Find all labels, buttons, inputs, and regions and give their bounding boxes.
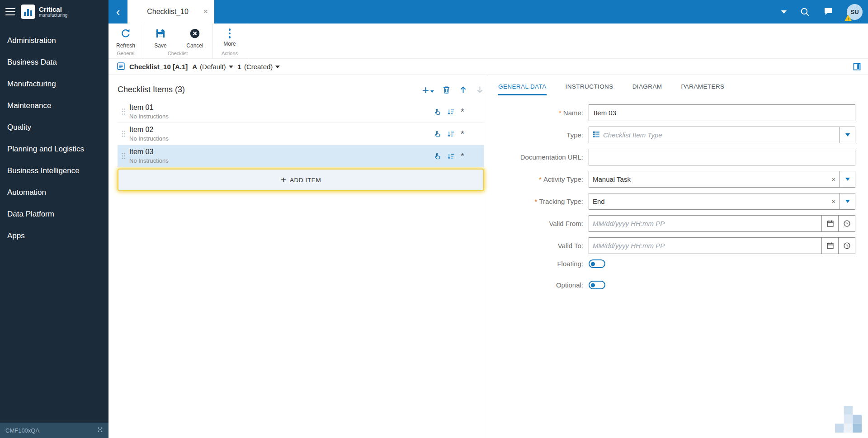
checklist-item-row-3-selected[interactable]: Item 03 No Instructions *	[118, 145, 484, 167]
asterisk-icon[interactable]: *	[461, 109, 464, 114]
cancel-button[interactable]: Cancel	[182, 26, 208, 49]
checklist-items-panel: Checklist Items (3) +	[108, 75, 488, 438]
sidebar-item-apps[interactable]: Apps	[0, 225, 108, 247]
more-icon	[229, 28, 231, 39]
arrow-up-icon	[459, 85, 467, 94]
version-selector[interactable]: A (Default)	[192, 63, 233, 71]
tab-list-chevron-down-icon[interactable]	[781, 10, 787, 14]
move-down-button[interactable]	[476, 85, 484, 94]
toolbar: Refresh General Save Cancel	[108, 24, 868, 58]
delete-item-button[interactable]	[442, 85, 451, 94]
tracking-type-input[interactable]	[593, 198, 824, 205]
instructions-icon[interactable]	[447, 130, 455, 138]
optional-toggle[interactable]	[589, 281, 605, 289]
add-item-label: ADD ITEM	[290, 177, 321, 184]
logo-subtitle: manufacturing	[39, 13, 67, 18]
avatar[interactable]: SU !	[847, 4, 863, 20]
save-button[interactable]: Save	[148, 26, 173, 49]
tab-parameters[interactable]: PARAMETERS	[681, 83, 724, 95]
activity-type-clear-button[interactable]: ×	[828, 171, 840, 187]
drag-handle-icon[interactable]	[121, 152, 126, 160]
environment-bar[interactable]: CMF100xQA	[0, 423, 108, 438]
tracking-type-field-row: *Tracking Type: ×	[498, 193, 868, 210]
sidebar-item-planning-and-logistics[interactable]: Planning and Logistics	[0, 138, 108, 160]
state-qualifier: (Created)	[244, 63, 273, 71]
instructions-icon[interactable]	[447, 152, 455, 160]
plus-icon: +	[422, 85, 429, 94]
save-label: Save	[154, 42, 166, 49]
chat-icon[interactable]	[823, 7, 833, 17]
checklist-item-type-icon	[593, 131, 600, 140]
valid-to-label: Valid To:	[498, 242, 589, 250]
move-up-button[interactable]	[459, 85, 467, 94]
activity-type-input[interactable]	[593, 175, 824, 183]
type-input[interactable]	[603, 131, 836, 139]
sidebar-item-quality[interactable]: Quality	[0, 117, 108, 138]
floating-toggle[interactable]	[589, 259, 605, 268]
sidebar-item-data-platform[interactable]: Data Platform	[0, 203, 108, 225]
checklist-items-title: Checklist Items (3)	[118, 85, 185, 94]
hand-icon[interactable]	[434, 130, 441, 138]
valid-to-field-row: Valid To:	[498, 237, 868, 254]
tracking-type-clear-button[interactable]: ×	[828, 193, 840, 209]
hand-icon[interactable]	[434, 108, 441, 116]
clock-icon	[843, 242, 851, 250]
avatar-initials: SU	[850, 9, 859, 15]
drag-handle-icon[interactable]	[121, 130, 126, 138]
tab-diagram[interactable]: DIAGRAM	[632, 83, 662, 95]
app-logo: Critical manufacturing	[21, 5, 67, 19]
activity-type-label: *Activity Type:	[498, 175, 589, 183]
asterisk-icon[interactable]: *	[461, 153, 464, 159]
search-icon[interactable]	[800, 7, 810, 17]
valid-from-input[interactable]	[593, 220, 818, 227]
sidebar-item-business-data[interactable]: Business Data	[0, 52, 108, 73]
item-title: Item 01	[129, 104, 169, 112]
tab-close-icon[interactable]: ×	[202, 7, 210, 16]
valid-from-clock-button[interactable]	[838, 216, 855, 231]
sidebar-item-manufacturing[interactable]: Manufacturing	[0, 73, 108, 95]
drag-handle-icon[interactable]	[121, 108, 126, 116]
required-marker: *	[559, 109, 561, 117]
add-item-menu-button[interactable]: +	[422, 85, 434, 94]
toggle-knob	[591, 262, 595, 266]
tab-general-data[interactable]: GENERAL DATA	[498, 83, 547, 95]
instructions-icon[interactable]	[447, 108, 455, 116]
floating-field-row: Floating:	[498, 259, 868, 268]
tab-checklist-10[interactable]: Checklist_10 ×	[127, 0, 214, 24]
environment-label: CMF100xQA	[5, 427, 39, 434]
tracking-type-dropdown-button[interactable]	[840, 193, 855, 209]
back-button[interactable]: ‹	[108, 1, 127, 23]
menu-icon[interactable]	[5, 8, 15, 15]
valid-to-input[interactable]	[593, 242, 818, 250]
sidebar-item-administration[interactable]: Administration	[0, 30, 108, 52]
sidebar-item-maintenance[interactable]: Maintenance	[0, 95, 108, 117]
sidebar-item-automation[interactable]: Automation	[0, 182, 108, 203]
toggle-knob	[591, 283, 595, 287]
calendar-icon	[826, 220, 834, 227]
add-item-button[interactable]: + ADD ITEM	[118, 169, 484, 191]
sidebar-item-business-intelligence[interactable]: Business Intelligence	[0, 160, 108, 182]
documentation-url-input[interactable]	[589, 149, 855, 165]
open-side-panel-button[interactable]	[853, 63, 861, 71]
activity-type-combo: ×	[589, 171, 855, 188]
more-button[interactable]: More	[217, 26, 242, 49]
checklist-item-row-1[interactable]: Item 01 No Instructions *	[118, 101, 484, 123]
valid-from-calendar-button[interactable]	[821, 216, 838, 231]
valid-to-combo	[589, 237, 855, 254]
tab-instructions[interactable]: INSTRUCTIONS	[566, 83, 613, 95]
item-row-icons: *	[434, 108, 484, 116]
toolbar-group-general-label: General	[113, 49, 138, 58]
refresh-button[interactable]: Refresh	[113, 26, 138, 49]
checklist-item-row-2[interactable]: Item 02 No Instructions *	[118, 123, 484, 145]
valid-to-calendar-button[interactable]	[821, 238, 838, 254]
activity-type-dropdown-button[interactable]	[840, 171, 855, 187]
asterisk-icon[interactable]: *	[461, 131, 464, 137]
valid-to-clock-button[interactable]	[838, 238, 855, 254]
item-detail-panel: GENERAL DATA INSTRUCTIONS DIAGRAM PARAME…	[488, 75, 868, 438]
type-combo	[589, 127, 855, 143]
type-dropdown-button[interactable]	[840, 127, 855, 143]
name-input[interactable]	[589, 104, 855, 121]
checklist-items-header: Checklist Items (3) +	[118, 85, 484, 94]
hand-icon[interactable]	[434, 152, 441, 160]
state-selector[interactable]: 1 (Created)	[238, 63, 280, 71]
